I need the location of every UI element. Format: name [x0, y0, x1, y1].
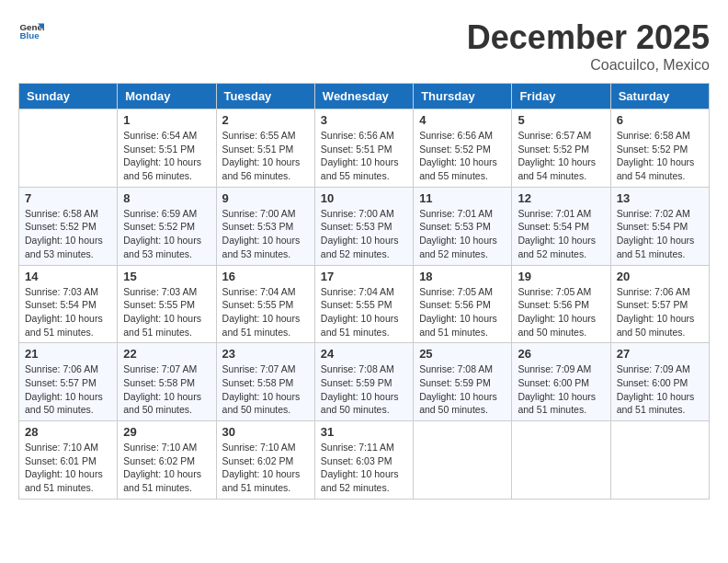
day-info: Sunrise: 7:09 AMSunset: 6:00 PMDaylight:…	[518, 362, 604, 417]
day-number: 20	[617, 270, 703, 283]
calendar-cell: 5Sunrise: 6:57 AMSunset: 5:52 PMDaylight…	[512, 109, 610, 188]
day-number: 4	[419, 113, 506, 127]
day-header-monday: Monday	[118, 84, 216, 109]
day-info: Sunrise: 7:05 AMSunset: 5:56 PMDaylight:…	[518, 285, 604, 339]
calendar-cell: 3Sunrise: 6:56 AMSunset: 5:51 PMDaylight…	[314, 109, 413, 188]
day-info: Sunrise: 7:01 AMSunset: 5:53 PMDaylight:…	[419, 207, 506, 261]
calendar-week-row: 21Sunrise: 7:06 AMSunset: 5:57 PMDayligh…	[19, 343, 710, 421]
page-header: General Blue December 2025 Coacuilco, Me…	[18, 18, 710, 74]
calendar-cell: 19Sunrise: 7:05 AMSunset: 5:56 PMDayligh…	[512, 265, 610, 343]
calendar-cell	[414, 421, 512, 500]
day-info: Sunrise: 6:56 AMSunset: 5:52 PMDaylight:…	[419, 129, 506, 183]
calendar-cell: 4Sunrise: 6:56 AMSunset: 5:52 PMDaylight…	[414, 109, 512, 188]
calendar-cell: 10Sunrise: 7:00 AMSunset: 5:53 PMDayligh…	[314, 187, 413, 265]
day-info: Sunrise: 7:10 AMSunset: 6:02 PMDaylight:…	[123, 441, 210, 495]
day-info: Sunrise: 6:58 AMSunset: 5:52 PMDaylight:…	[25, 207, 111, 261]
calendar-cell: 15Sunrise: 7:03 AMSunset: 5:55 PMDayligh…	[118, 265, 216, 343]
calendar-cell: 12Sunrise: 7:01 AMSunset: 5:54 PMDayligh…	[512, 187, 610, 265]
day-info: Sunrise: 7:03 AMSunset: 5:54 PMDaylight:…	[25, 285, 111, 339]
day-number: 27	[617, 347, 703, 361]
day-info: Sunrise: 7:04 AMSunset: 5:55 PMDaylight:…	[222, 285, 309, 339]
day-header-thursday: Thursday	[414, 84, 512, 109]
calendar-cell: 7Sunrise: 6:58 AMSunset: 5:52 PMDaylight…	[19, 187, 118, 265]
day-number: 26	[518, 347, 604, 361]
day-number: 15	[123, 270, 210, 283]
calendar-week-row: 7Sunrise: 6:58 AMSunset: 5:52 PMDaylight…	[19, 187, 710, 265]
day-info: Sunrise: 7:06 AMSunset: 5:57 PMDaylight:…	[617, 285, 703, 339]
calendar-cell: 1Sunrise: 6:54 AMSunset: 5:51 PMDaylight…	[118, 109, 216, 188]
day-number: 6	[617, 113, 703, 127]
day-info: Sunrise: 7:07 AMSunset: 5:58 PMDaylight:…	[222, 362, 309, 417]
day-info: Sunrise: 7:00 AMSunset: 5:53 PMDaylight:…	[321, 207, 407, 261]
day-number: 1	[123, 113, 210, 127]
svg-text:Blue: Blue	[19, 30, 40, 40]
day-info: Sunrise: 6:58 AMSunset: 5:52 PMDaylight:…	[617, 129, 703, 183]
day-number: 21	[25, 347, 111, 361]
day-number: 30	[222, 425, 309, 439]
day-info: Sunrise: 7:00 AMSunset: 5:53 PMDaylight:…	[222, 207, 309, 261]
calendar-cell: 13Sunrise: 7:02 AMSunset: 5:54 PMDayligh…	[610, 187, 709, 265]
day-number: 24	[321, 347, 407, 361]
day-number: 9	[222, 191, 309, 205]
day-info: Sunrise: 7:09 AMSunset: 6:00 PMDaylight:…	[617, 362, 703, 417]
day-number: 28	[25, 425, 111, 439]
day-info: Sunrise: 7:01 AMSunset: 5:54 PMDaylight:…	[518, 207, 604, 261]
calendar-cell	[19, 109, 118, 188]
day-info: Sunrise: 7:08 AMSunset: 5:59 PMDaylight:…	[321, 362, 407, 417]
calendar-cell: 22Sunrise: 7:07 AMSunset: 5:58 PMDayligh…	[118, 343, 216, 421]
day-info: Sunrise: 7:08 AMSunset: 5:59 PMDaylight:…	[419, 362, 506, 417]
day-number: 10	[321, 191, 407, 205]
calendar-cell: 21Sunrise: 7:06 AMSunset: 5:57 PMDayligh…	[19, 343, 118, 421]
calendar-cell	[512, 421, 610, 500]
day-info: Sunrise: 7:05 AMSunset: 5:56 PMDaylight:…	[419, 285, 506, 339]
day-info: Sunrise: 7:03 AMSunset: 5:55 PMDaylight:…	[123, 285, 210, 339]
calendar-cell: 11Sunrise: 7:01 AMSunset: 5:53 PMDayligh…	[414, 187, 512, 265]
day-number: 2	[222, 113, 309, 127]
day-info: Sunrise: 7:07 AMSunset: 5:58 PMDaylight:…	[123, 362, 210, 417]
calendar-week-row: 14Sunrise: 7:03 AMSunset: 5:54 PMDayligh…	[19, 265, 710, 343]
calendar-cell: 6Sunrise: 6:58 AMSunset: 5:52 PMDaylight…	[610, 109, 709, 188]
calendar-cell: 9Sunrise: 7:00 AMSunset: 5:53 PMDaylight…	[216, 187, 314, 265]
calendar-cell: 29Sunrise: 7:10 AMSunset: 6:02 PMDayligh…	[118, 421, 216, 500]
day-info: Sunrise: 7:04 AMSunset: 5:55 PMDaylight:…	[321, 285, 407, 339]
day-number: 16	[222, 270, 309, 283]
day-number: 19	[518, 270, 604, 283]
calendar-cell: 16Sunrise: 7:04 AMSunset: 5:55 PMDayligh…	[216, 265, 314, 343]
day-number: 8	[123, 191, 210, 205]
calendar-cell: 20Sunrise: 7:06 AMSunset: 5:57 PMDayligh…	[610, 265, 709, 343]
calendar-cell: 18Sunrise: 7:05 AMSunset: 5:56 PMDayligh…	[414, 265, 512, 343]
day-info: Sunrise: 6:55 AMSunset: 5:51 PMDaylight:…	[222, 129, 309, 183]
calendar-week-row: 28Sunrise: 7:10 AMSunset: 6:01 PMDayligh…	[19, 421, 710, 500]
calendar-cell: 17Sunrise: 7:04 AMSunset: 5:55 PMDayligh…	[314, 265, 413, 343]
calendar-cell: 26Sunrise: 7:09 AMSunset: 6:00 PMDayligh…	[512, 343, 610, 421]
day-info: Sunrise: 7:11 AMSunset: 6:03 PMDaylight:…	[321, 441, 407, 495]
location-title: Coacuilco, Mexico	[467, 57, 710, 74]
day-number: 17	[321, 270, 407, 283]
day-number: 23	[222, 347, 309, 361]
day-number: 22	[123, 347, 210, 361]
day-number: 3	[321, 113, 407, 127]
calendar-table: SundayMondayTuesdayWednesdayThursdayFrid…	[18, 83, 710, 500]
calendar-week-row: 1Sunrise: 6:54 AMSunset: 5:51 PMDaylight…	[19, 109, 710, 188]
day-header-tuesday: Tuesday	[216, 84, 314, 109]
day-header-sunday: Sunday	[19, 84, 118, 109]
calendar-cell: 8Sunrise: 6:59 AMSunset: 5:52 PMDaylight…	[118, 187, 216, 265]
day-number: 12	[518, 191, 604, 205]
calendar-cell: 2Sunrise: 6:55 AMSunset: 5:51 PMDaylight…	[216, 109, 314, 188]
day-number: 11	[419, 191, 506, 205]
month-title: December 2025	[467, 18, 710, 57]
calendar-cell: 30Sunrise: 7:10 AMSunset: 6:02 PMDayligh…	[216, 421, 314, 500]
day-number: 18	[419, 270, 506, 283]
calendar-cell: 31Sunrise: 7:11 AMSunset: 6:03 PMDayligh…	[314, 421, 413, 500]
logo-icon: General Blue	[18, 18, 44, 44]
calendar-cell: 27Sunrise: 7:09 AMSunset: 6:00 PMDayligh…	[610, 343, 709, 421]
calendar-cell: 24Sunrise: 7:08 AMSunset: 5:59 PMDayligh…	[314, 343, 413, 421]
day-number: 7	[25, 191, 111, 205]
day-number: 14	[25, 270, 111, 283]
calendar-cell: 23Sunrise: 7:07 AMSunset: 5:58 PMDayligh…	[216, 343, 314, 421]
day-info: Sunrise: 7:06 AMSunset: 5:57 PMDaylight:…	[25, 362, 111, 417]
day-info: Sunrise: 6:57 AMSunset: 5:52 PMDaylight:…	[518, 129, 604, 183]
calendar-cell: 14Sunrise: 7:03 AMSunset: 5:54 PMDayligh…	[19, 265, 118, 343]
day-info: Sunrise: 6:56 AMSunset: 5:51 PMDaylight:…	[321, 129, 407, 183]
day-info: Sunrise: 7:10 AMSunset: 6:01 PMDaylight:…	[25, 441, 111, 495]
